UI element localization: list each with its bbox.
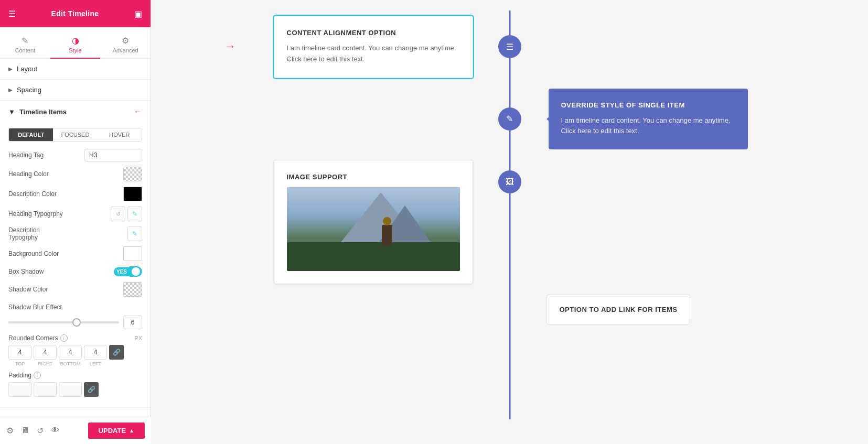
corner-right-input[interactable] bbox=[34, 345, 57, 360]
eye-icon[interactable]: 👁 bbox=[51, 426, 59, 436]
layout-section: ▶ Layout bbox=[0, 59, 151, 80]
heading-color-label: Heading Color bbox=[8, 170, 123, 178]
advanced-icon: ⚙ bbox=[122, 36, 129, 46]
heading-tag-label: Heading Tag bbox=[8, 151, 84, 159]
description-color-label: Description Color bbox=[8, 190, 123, 198]
corner-left-input[interactable] bbox=[84, 345, 107, 360]
settings-icon[interactable]: ⚙ bbox=[6, 426, 14, 436]
padding-label: Padding i bbox=[8, 372, 142, 379]
timeline-icon-3-wrap: 🖼 bbox=[489, 160, 531, 284]
box-shadow-toggle[interactable]: YES bbox=[114, 266, 142, 277]
shadow-blur-label: Shadow Blur Effect bbox=[8, 304, 62, 311]
spacing-section-header[interactable]: ▶ Spacing bbox=[0, 80, 151, 100]
person-figure bbox=[382, 225, 392, 246]
timeline-row-3: IMAGE SUPPORT bbox=[193, 160, 826, 284]
description-typography-label: DescriptionTypogrphy bbox=[8, 226, 127, 241]
state-tab-default[interactable]: DEFAULT bbox=[9, 128, 53, 141]
corner-top-label: TOP bbox=[8, 361, 31, 366]
heading-color-swatch[interactable] bbox=[123, 167, 142, 181]
layout-section-header[interactable]: ▶ Layout bbox=[0, 59, 151, 79]
panel-tabs: ✎ Content ◑ Style ⚙ Advanced bbox=[0, 27, 151, 59]
panel-content: ▶ Layout ▶ Spacing ▼ Timeline Items ← bbox=[0, 59, 151, 444]
tab-style-label: Style bbox=[69, 47, 81, 53]
corners-header: Rounded Corners i PX bbox=[8, 334, 142, 342]
timeline-icon-2[interactable]: ✎ bbox=[498, 107, 521, 131]
background-color-swatch[interactable] bbox=[123, 246, 142, 261]
tab-content-label: Content bbox=[15, 47, 36, 53]
timeline-items-arrow-icon: ▼ bbox=[8, 108, 15, 116]
timeline-icon-3[interactable]: 🖼 bbox=[498, 170, 521, 193]
tab-advanced-label: Advanced bbox=[113, 47, 138, 53]
description-color-row: Description Color bbox=[8, 187, 142, 201]
card3-image bbox=[287, 187, 460, 271]
heading-tag-row: Heading Tag H3H1H2H4H5H6 bbox=[8, 149, 142, 161]
card2-title: OVERRIDE STYLE OF SINGLE ITEM bbox=[561, 101, 735, 109]
bottom-icons: ⚙ 🖥 ↺ 👁 bbox=[6, 426, 59, 436]
shadow-blur-slider[interactable] bbox=[8, 321, 119, 323]
card2-arrow-left bbox=[546, 89, 553, 150]
shadow-color-swatch[interactable] bbox=[123, 282, 142, 297]
heading-tag-control: H3H1H2H4H5H6 bbox=[84, 149, 142, 161]
card3-title: IMAGE SUPPORT bbox=[287, 173, 460, 181]
state-tabs: DEFAULT FOCUSED HOVER bbox=[8, 128, 142, 142]
heading-color-row: Heading Color bbox=[8, 167, 142, 181]
timeline-icon-1-wrap: ☰ bbox=[489, 16, 531, 78]
heading-typography-controls: ↺ ✎ bbox=[111, 207, 142, 221]
card1-title: CONTENT ALIGNMENT OPTION bbox=[287, 29, 460, 37]
card-image-support[interactable]: IMAGE SUPPORT bbox=[274, 160, 473, 284]
state-tab-focused[interactable]: FOCUSED bbox=[53, 128, 97, 141]
canvas-area: → CONTENT ALIGNMENT OPTION I am timeline… bbox=[162, 10, 858, 419]
padding-top-input[interactable] bbox=[8, 382, 31, 397]
card4-right: OPTION TO ADD LINK FOR ITEMS bbox=[531, 295, 827, 324]
card-content-alignment[interactable]: CONTENT ALIGNMENT OPTION I am timeline c… bbox=[274, 16, 473, 78]
menu-icon[interactable]: ☰ bbox=[8, 9, 16, 19]
rounded-corners-section: Rounded Corners i PX 🔗 TOP R bbox=[8, 334, 142, 366]
shadow-color-label: Shadow Color bbox=[8, 286, 123, 293]
description-color-swatch[interactable] bbox=[123, 187, 142, 201]
tab-content[interactable]: ✎ Content bbox=[0, 31, 50, 58]
card1-right-empty bbox=[531, 16, 827, 78]
grid-icon[interactable]: ▣ bbox=[134, 9, 142, 19]
panel-header: ☰ Edit Timeline ▣ bbox=[0, 0, 151, 27]
layout-arrow-icon: ▶ bbox=[8, 66, 13, 72]
state-tab-hover[interactable]: HOVER bbox=[98, 128, 142, 141]
corner-labels: TOP RIGHT BOTTOM LEFT bbox=[8, 361, 142, 366]
padding-bottom-input[interactable] bbox=[59, 382, 82, 397]
corner-top-input[interactable] bbox=[8, 345, 31, 360]
heading-typography-row: Heading Typogrphy ↺ ✎ bbox=[8, 207, 142, 221]
description-color-control bbox=[123, 187, 142, 201]
trees bbox=[287, 242, 460, 271]
corners-inputs: 🔗 bbox=[8, 345, 142, 360]
history-icon[interactable]: ↺ bbox=[37, 426, 44, 436]
padding-info-icon[interactable]: i bbox=[34, 372, 41, 379]
rounded-corners-info-icon[interactable]: i bbox=[60, 334, 68, 342]
shadow-blur-value: 6 bbox=[123, 316, 142, 329]
heading-tag-select[interactable]: H3H1H2H4H5H6 bbox=[84, 149, 142, 161]
timeline-items-title: ▼ Timeline Items bbox=[8, 108, 67, 116]
description-typography-controls: ✎ bbox=[127, 226, 142, 241]
card-add-link[interactable]: OPTION TO ADD LINK FOR ITEMS bbox=[546, 295, 691, 324]
card4-left-empty bbox=[193, 295, 489, 324]
image-icon: 🖼 bbox=[506, 177, 514, 187]
update-button[interactable]: UPDATE ▲ bbox=[88, 423, 145, 439]
corner-link-button[interactable]: 🔗 bbox=[109, 345, 124, 360]
description-typography-edit[interactable]: ✎ bbox=[127, 226, 142, 241]
padding-right-input[interactable] bbox=[34, 382, 57, 397]
corner-bottom-input[interactable] bbox=[59, 345, 82, 360]
box-shadow-label: Box Shadow bbox=[8, 268, 114, 275]
background-color-control bbox=[123, 246, 142, 261]
timeline-row-2: ✎ OVERRIDE STYLE OF SINGLE ITEM I am tim… bbox=[193, 89, 826, 150]
timeline-icon-1[interactable]: ☰ bbox=[498, 35, 521, 58]
heading-typography-reset[interactable]: ↺ bbox=[111, 207, 125, 221]
edit-icon: ✎ bbox=[506, 114, 513, 124]
tab-advanced[interactable]: ⚙ Advanced bbox=[100, 31, 151, 58]
heading-typography-edit[interactable]: ✎ bbox=[127, 207, 142, 221]
card-override-style[interactable]: OVERRIDE STYLE OF SINGLE ITEM I am timel… bbox=[549, 89, 748, 150]
card2-left-empty bbox=[193, 89, 489, 150]
padding-inputs: 🔗 bbox=[8, 382, 142, 397]
panel-bottom-toolbar: ⚙ 🖥 ↺ 👁 UPDATE ▲ bbox=[0, 417, 151, 444]
responsive-icon[interactable]: 🖥 bbox=[21, 426, 29, 436]
corner-left-label: LEFT bbox=[84, 361, 107, 366]
tab-style[interactable]: ◑ Style bbox=[50, 31, 101, 59]
padding-link-button[interactable]: 🔗 bbox=[84, 382, 99, 397]
